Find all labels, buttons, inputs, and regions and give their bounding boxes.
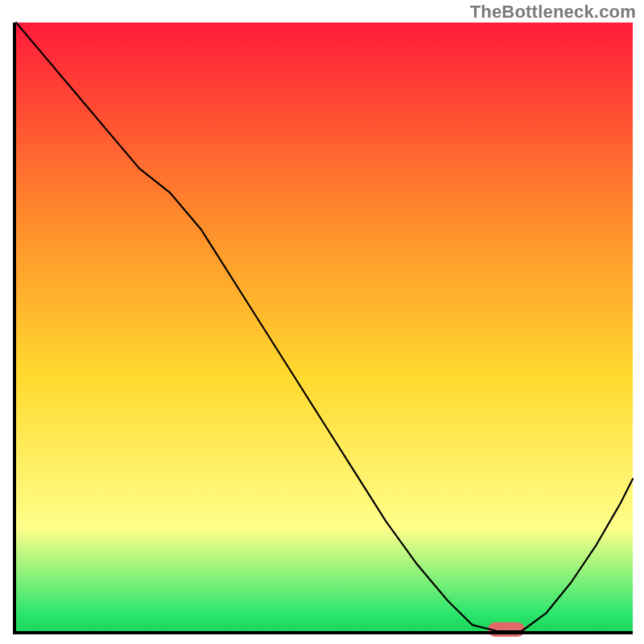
chart-stage: TheBottleneck.com [0, 0, 644, 644]
axes-frame [13, 23, 633, 634]
watermark-text: TheBottleneck.com [470, 2, 636, 23]
